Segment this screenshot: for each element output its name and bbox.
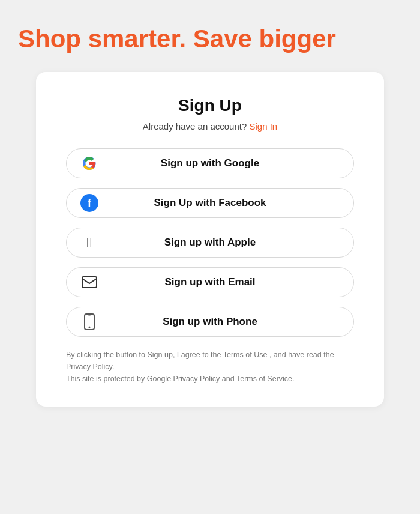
card-title: Sign Up — [66, 96, 354, 115]
svg-point-3 — [89, 327, 91, 328]
svg-rect-0 — [82, 277, 97, 288]
email-icon — [79, 271, 100, 293]
signup-card: Sign Up Already have an account? Sign In… — [36, 72, 384, 407]
facebook-signup-button[interactable]: f Sign Up with Facebook — [66, 188, 354, 218]
email-button-label: Sign up with Email — [79, 276, 341, 288]
email-signup-button[interactable]: Sign up with Email — [66, 267, 354, 297]
google-privacy-link[interactable]: Privacy Policy — [173, 375, 220, 383]
google-terms-link[interactable]: Terms of Service — [236, 375, 292, 383]
facebook-button-label: Sign Up with Facebook — [79, 197, 341, 209]
headline-accent: Save bigger — [193, 25, 336, 53]
terms-of-use-link[interactable]: Terms of Use — [223, 351, 268, 359]
footer-legal: By clicking the button to Sign up, I agr… — [66, 349, 354, 385]
apple-icon:  — [79, 232, 100, 253]
google-signup-button[interactable]: Sign up with Google — [66, 148, 354, 178]
already-account-text: Already have an account? Sign In — [66, 121, 354, 132]
svg-rect-2 — [88, 316, 91, 317]
facebook-icon: f — [79, 192, 100, 214]
google-icon — [79, 153, 100, 174]
headline-static: Shop smarter. — [18, 25, 186, 53]
sign-in-link[interactable]: Sign In — [249, 121, 277, 132]
phone-button-label: Sign up with Phone — [79, 316, 341, 328]
phone-icon — [79, 311, 100, 333]
headline: Shop smarter. Save bigger — [12, 24, 408, 72]
apple-button-label: Sign up with Apple — [79, 237, 341, 249]
google-button-label: Sign up with Google — [79, 157, 341, 169]
apple-signup-button[interactable]:  Sign up with Apple — [66, 228, 354, 258]
phone-signup-button[interactable]: Sign up with Phone — [66, 307, 354, 337]
privacy-policy-link[interactable]: Privacy Policy — [66, 363, 112, 371]
